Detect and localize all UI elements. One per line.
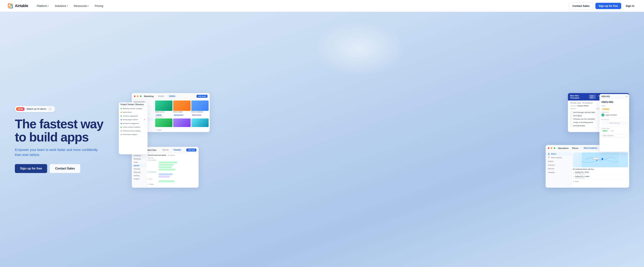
ops-sidebar-stores[interactable]: 🏪 Stores: [546, 152, 572, 156]
timeline-header: Current and next sprint All sprints: [148, 154, 198, 156]
ops-sidebar-inventory[interactable]: Inventory: [546, 163, 572, 167]
signup-nav-button[interactable]: Sign up for free: [596, 3, 621, 9]
tl-bar-row-6: [148, 176, 198, 178]
ops-separator: ·: [570, 147, 571, 149]
po-sidebar-backlog[interactable]: Backlog: [132, 174, 146, 177]
sku-ordered-by-value: Logan Grannert: [605, 114, 617, 116]
ops-sidebar-records[interactable]: Records: [546, 167, 572, 171]
tab-sprints[interactable]: Sprints: [161, 148, 170, 152]
nav-item-pricing[interactable]: Pricing: [92, 3, 106, 9]
contact-hero-button[interactable]: Contact Sales: [50, 164, 80, 173]
sku-header: #SKU-001 ×: [600, 94, 629, 99]
add-task-button[interactable]: Add task: [186, 149, 196, 152]
tab-store-locations[interactable]: Store locations: [582, 146, 599, 150]
nav-item-solutions[interactable]: Solutions ▾: [52, 3, 70, 9]
po-sidebar-okrs[interactable]: OKRs: [132, 161, 146, 164]
nav-links: Platform ▾ Solutions ▾ Resources ▾ Prici…: [34, 3, 106, 9]
ops-main: San Francisco 311 California Street, San…: [572, 151, 629, 187]
tab-timeline[interactable]: Timeline: [172, 148, 183, 152]
tab-newhire[interactable]: New Hire: [589, 95, 596, 99]
tl-month: May 2023: [148, 157, 198, 159]
task-check[interactable]: [570, 111, 572, 113]
tl-bar-6: [159, 176, 170, 178]
sku-no-comments: No comments yet: [602, 122, 626, 124]
gallery-label-3: Runner on bleachers: [191, 111, 208, 113]
tab-assets: Assets: [157, 95, 166, 98]
gallery-item-5: [173, 118, 190, 127]
tab-gallery[interactable]: Gallery: [167, 95, 177, 98]
task-check[interactable]: [570, 121, 572, 123]
po-sidebar-insights[interactable]: Insights: [132, 177, 146, 181]
tl-bar-7: [159, 180, 174, 182]
onboarding-title: New Hire Checklist: [570, 95, 588, 99]
po-sidebar-sprints[interactable]: Sprints: [132, 164, 146, 167]
ops-sidebar-locations[interactable]: 📍 Store locations: [546, 156, 572, 159]
gallery-item-6: [191, 118, 208, 127]
gallery-img-4: [155, 118, 172, 127]
badge-plus-button[interactable]: +: [48, 107, 52, 111]
gallery-label-2: Runner in jacket: [173, 111, 190, 113]
gallery-item-4: [155, 118, 172, 127]
gallery-img-6: [191, 118, 208, 127]
add-type-btn[interactable]: + Add: [610, 130, 614, 132]
logo[interactable]: Airtable: [8, 3, 28, 9]
nav-item-platform[interactable]: Platform ▾: [34, 3, 52, 9]
gallery-tag-3: Winter season: [191, 114, 202, 116]
ops-list-2: ▼ Centaur Pro - Purple Serial #SKU-002: [573, 175, 628, 179]
signup-hero-button[interactable]: Sign up for free: [15, 164, 47, 173]
ops-share-row: ↗ Share: [573, 180, 628, 183]
task-label-4: Assign on-boarding partner: [573, 121, 599, 123]
ops-sidebar-greece[interactable]: Greece: [546, 159, 572, 163]
ops-item-sub-1: Serial #SKU-001: [575, 173, 589, 174]
gallery-item-3: Runner on bleachers Winter season: [191, 100, 208, 118]
marketing-main: Athlete on court Lifestyle Spring season…: [154, 99, 210, 132]
nav-resources-label: Resources: [74, 4, 87, 7]
ops-item-sub-2: Serial #SKU-002: [575, 177, 590, 179]
hero-title-line1: The fastest way: [15, 117, 103, 131]
po-sidebar: Feedback Roadmap OKRs Sprints Planning R…: [132, 153, 146, 187]
gallery-tag-1: Lifestyle: [155, 114, 162, 116]
pt-item-text: Brand refresh: [123, 111, 132, 113]
hero-section: NEW Watch an AI demo + The fastest way t…: [0, 12, 644, 267]
in-progress-label: ▸ In progress: [148, 171, 198, 173]
gallery-img-bleachers: [191, 100, 208, 111]
chevron-down-icon: ▾: [88, 5, 89, 7]
tl-bar-row-5: [148, 173, 198, 175]
task-check[interactable]: [570, 115, 572, 117]
product-ops-body: Feedback Roadmap OKRs Sprints Planning R…: [132, 153, 198, 187]
pt-dot: [121, 127, 122, 128]
po-sidebar-planning[interactable]: Planning: [132, 167, 146, 171]
share-row: ↗ Share: [154, 128, 210, 132]
operations-body: 🏪 Stores 📍 Store locations Greece Invent…: [546, 151, 629, 187]
done-label: ▸ Done: [148, 178, 198, 180]
pt-dot: [121, 123, 122, 124]
sku-close-button[interactable]: ×: [626, 95, 627, 98]
ops-stores-label: Stores: [551, 153, 556, 155]
po-sidebar-roadmap[interactable]: Roadmap: [132, 157, 146, 161]
gallery-label-1: Athlete on court: [155, 111, 172, 113]
contact-sales-button[interactable]: Contact Sales: [569, 2, 593, 9]
pt-item: Customer engagement: [119, 114, 148, 118]
task-label-3: Schedule new hire orientation: [573, 118, 599, 120]
pt-item-text: Collect customer feedback: [123, 126, 140, 128]
tl-bar-3: [159, 166, 172, 168]
add-asset-button[interactable]: Add asset: [196, 95, 208, 98]
po-sidebar-feedback[interactable]: Feedback: [132, 154, 146, 157]
sku-activity-label: All activity ▾: [601, 119, 627, 121]
logo-icon: [8, 3, 13, 9]
comment-input[interactable]: [601, 134, 627, 137]
tl-bar-row-2: [148, 164, 198, 166]
ops-item-label-2: Centaur Pro - Purple: [575, 176, 590, 177]
ops-sidebar-calendar[interactable]: Calendar: [546, 171, 572, 174]
window-dot-red: [548, 147, 549, 149]
task-check[interactable]: [570, 118, 572, 120]
sku-ordered-label: Ordered by: [601, 111, 627, 113]
window-dot-red: [134, 95, 136, 97]
sku-comment-input-area: [601, 133, 627, 137]
task-check[interactable]: [570, 125, 572, 127]
po-sidebar-releases[interactable]: Releases: [132, 171, 146, 174]
signin-button[interactable]: Sign in: [624, 3, 636, 9]
nav-item-resources[interactable]: Resources ▾: [71, 3, 92, 9]
sku-product-type-value: Shoes + Add: [601, 130, 627, 132]
new-badge[interactable]: NEW Watch an AI demo +: [15, 106, 55, 112]
